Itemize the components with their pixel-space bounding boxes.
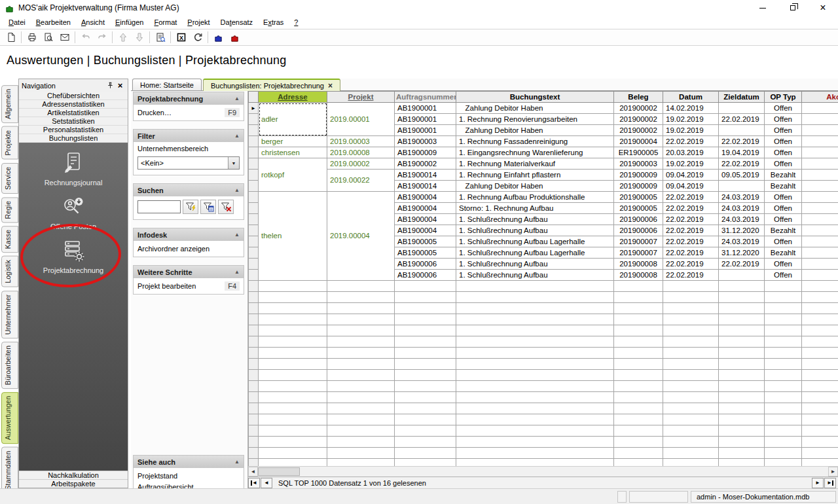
cell-text[interactable]: 1. Schlußrechnung Aufbau Lagerhalle [456, 247, 614, 259]
column-header-datum[interactable]: Datum [663, 92, 719, 103]
cell-text[interactable]: 1. Rechnung Materialverkauf [456, 158, 614, 170]
collapse-icon[interactable]: ▲ [234, 133, 240, 139]
cell-ziel[interactable]: 19.04.2019 [719, 147, 765, 158]
cell-beleg[interactable]: 201900009 [614, 170, 663, 181]
previous-record-button[interactable]: ◄ [261, 478, 272, 488]
cell-datum[interactable]: 19.02.2019 [663, 158, 719, 170]
cell-beleg[interactable]: 201900002 [614, 125, 663, 136]
cell-auftrag[interactable]: AB1900009 [395, 147, 456, 158]
section-header[interactable]: Weitere Schritte ▲ [134, 266, 244, 278]
print-button[interactable] [24, 30, 40, 45]
nav-feature-rechnungsjournal[interactable]: Rechnungsjournal [19, 147, 128, 190]
cell-auftrag[interactable]: AB1900001 [395, 114, 456, 125]
search-filter-clear-button[interactable] [218, 200, 234, 214]
cell-ziel[interactable]: 22.02.2019 [719, 158, 765, 170]
cell-ziel[interactable]: 22.02.2019 [719, 114, 765, 125]
cell-projekt[interactable]: 2019.00002 [327, 158, 395, 170]
cell-adresse[interactable]: christensen [259, 147, 327, 158]
plugin-red-button[interactable] [227, 30, 243, 45]
cell-ziel[interactable]: 09.05.2019 [719, 170, 765, 181]
plugin-blue-button[interactable] [210, 30, 227, 45]
cell-op[interactable]: Offen [765, 192, 802, 203]
cell-beleg[interactable]: 201900004 [614, 136, 663, 147]
cell-ziel[interactable] [719, 125, 765, 136]
section-header[interactable]: Projektabrechnung ▲ [134, 92, 244, 105]
cell-op[interactable]: Offen [765, 214, 802, 225]
cell-op[interactable]: Offen [765, 147, 802, 158]
column-header-zieldatum[interactable]: Zieldatum [719, 92, 765, 103]
column-header-auftragsnummer[interactable]: Auftragsnummer [395, 92, 456, 103]
row-selector[interactable] [249, 136, 259, 147]
cell-ziel[interactable]: 22.02.2019 [719, 136, 765, 147]
collapse-icon[interactable]: ▲ [234, 232, 240, 238]
move-down-button[interactable] [131, 30, 147, 45]
cell-text[interactable]: 1. Rechnung Einfahrt pflastern [456, 170, 614, 181]
cell-ziel[interactable] [719, 103, 765, 114]
nav-item-adressenstatistiken[interactable]: Adressenstatistiken [19, 100, 128, 109]
cell-datum[interactable]: 22.02.2019 [663, 192, 719, 203]
column-header-akonto[interactable]: Akonto [802, 92, 838, 103]
menu-item-datensatz[interactable]: Datensatz [215, 16, 259, 28]
cell-datum[interactable]: 22.02.2019 [663, 136, 719, 147]
print-action[interactable]: Drucken… F9 [134, 105, 244, 120]
cell-auftrag[interactable]: AB1900004 [395, 203, 456, 214]
cell-ziel[interactable]: 24.03.2019 [719, 203, 765, 214]
column-header-adresse[interactable]: Adresse [259, 92, 327, 103]
cell-akonto[interactable] [802, 259, 838, 270]
workspace-tab-unternehmer[interactable]: Unternehmer [1, 291, 18, 338]
nav-feature-projektabrechnung[interactable]: Projektabrechnung [19, 234, 128, 278]
cell-text[interactable]: 1. Eingangsrechnung Warenlieferung [456, 147, 614, 158]
email-button[interactable] [56, 30, 73, 45]
cell-op[interactable]: Offen [765, 158, 802, 170]
nav-item-setstatistiken[interactable]: Setstatistiken [19, 117, 128, 126]
workspace-tab-büroarbeiten[interactable]: Büroarbeiten [1, 342, 18, 389]
collapse-icon[interactable]: ▲ [234, 96, 240, 101]
projekt-bearbeiten-action[interactable]: Projekt bearbeiten F4 [134, 278, 244, 294]
cell-akonto[interactable] [802, 136, 838, 147]
section-header[interactable]: Filter ▲ [134, 130, 244, 142]
cell-auftrag[interactable]: AB1900005 [395, 247, 456, 259]
workspace-tab-projekte[interactable]: Projekte [1, 126, 18, 160]
first-record-button[interactable]: ◄ [248, 478, 260, 488]
column-header-op-typ[interactable]: OP Typ [765, 92, 802, 103]
cell-datum[interactable]: 22.02.2019 [663, 214, 719, 225]
row-selector[interactable] [249, 192, 259, 203]
cell-beleg[interactable]: 201900002 [614, 103, 663, 114]
cell-beleg[interactable]: 201900008 [614, 270, 663, 281]
cell-akonto[interactable] [802, 236, 838, 247]
cell-beleg[interactable]: 201900007 [614, 247, 663, 259]
cell-auftrag[interactable]: AB1900006 [395, 259, 456, 270]
collapse-icon[interactable]: ▲ [234, 269, 240, 275]
column-header-beleg[interactable]: Beleg [614, 92, 663, 103]
nav-feature-offene-posten[interactable]: Offene Posten [19, 190, 128, 234]
projektstand-link[interactable]: Projektstand [134, 470, 244, 481]
cell-akonto[interactable] [802, 125, 838, 136]
row-selector[interactable] [249, 214, 259, 225]
cell-datum[interactable]: 19.02.2019 [663, 114, 719, 125]
scroll-right-button[interactable]: ► [828, 467, 838, 477]
cell-beleg[interactable]: 201900009 [614, 181, 663, 192]
cell-projekt[interactable]: 2019.00003 [327, 136, 395, 147]
cell-op[interactable]: Offen [765, 259, 802, 270]
cell-text[interactable]: Storno: 1. Rechnung Aufbau [456, 203, 614, 214]
tab-close-icon[interactable]: × [328, 82, 333, 89]
cell-auftrag[interactable]: AB1900002 [395, 158, 456, 170]
menu-item-projekt[interactable]: Projekt [182, 16, 215, 28]
cell-beleg[interactable]: 201900005 [614, 203, 663, 214]
cell-datum[interactable]: 22.02.2019 [663, 247, 719, 259]
section-header[interactable]: Suchen ▲ [134, 184, 244, 196]
cell-auftrag[interactable]: AB1900005 [395, 236, 456, 247]
cell-datum[interactable]: 19.02.2019 [663, 125, 719, 136]
row-selector[interactable] [249, 247, 259, 259]
cell-auftrag[interactable]: AB1900004 [395, 225, 456, 236]
cell-text[interactable]: 1. Schlußrechnung Aufbau [456, 225, 614, 236]
cell-text[interactable]: 1. Schlußrechnung Aufbau Lagerhalle [456, 236, 614, 247]
row-selector[interactable] [249, 158, 259, 170]
row-selector[interactable] [249, 236, 259, 247]
cell-beleg[interactable]: 201900003 [614, 158, 663, 170]
nav-item-artikelstatistiken[interactable]: Artikelstatistiken [19, 109, 128, 117]
workspace-tab-stammdaten[interactable]: Stammdaten [1, 447, 18, 494]
menu-item-?[interactable]: ? [289, 16, 303, 28]
cell-auftrag[interactable]: AB1900006 [395, 270, 456, 281]
tab-buchungslisten-projektabrechnung[interactable]: Buchungslisten: Projektabrechnung × [203, 79, 340, 91]
